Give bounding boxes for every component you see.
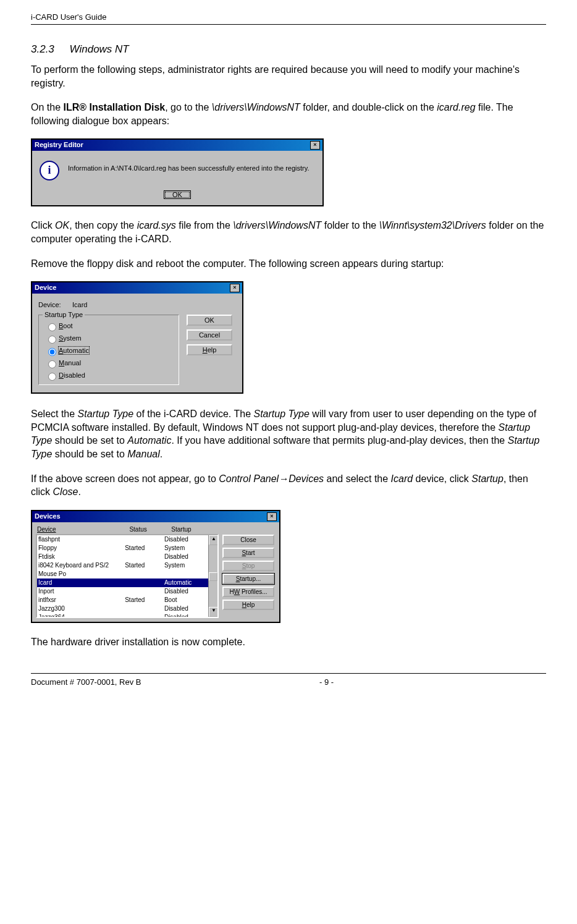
info-icon: i <box>40 161 59 180</box>
table-row[interactable]: IcardAutomatic <box>37 579 209 587</box>
startup-type-fieldset: Startup Type Boot System Automatic Manua… <box>38 315 179 385</box>
paragraph-intro: To perform the following steps, administ… <box>31 63 546 90</box>
scroll-up-icon[interactable]: ▲ <box>209 535 219 545</box>
radio-boot[interactable]: Boot <box>45 320 172 333</box>
table-row[interactable]: FloppyStartedSystem <box>37 544 209 553</box>
paragraph-startup-type: Select the Startup Type of the i-CARD de… <box>31 407 546 460</box>
section-heading: 3.2.3 Windows NT <box>31 43 546 56</box>
paragraph-control-panel: If the above screen does not appear, go … <box>31 472 546 499</box>
radio-disabled[interactable]: Disabled <box>45 370 172 382</box>
help-button[interactable]: Help <box>222 600 274 610</box>
ok-button[interactable]: OK <box>164 190 191 199</box>
scroll-thumb[interactable] <box>209 572 217 581</box>
table-row[interactable]: FtdiskDisabled <box>37 553 209 561</box>
dialog-titlebar: Registry Editor × <box>32 140 322 151</box>
devices-list[interactable]: ▲ ▼ flashpntDisabledFloppyStartedSystemF… <box>36 534 219 618</box>
dialog-title: Device <box>35 284 56 292</box>
stop-button[interactable]: Stop <box>222 561 274 571</box>
paragraph-copy-sys: Click OK, then copy the icard.sys file f… <box>31 219 546 245</box>
table-row[interactable]: Jazzg300Disabled <box>37 604 209 613</box>
page-header: i-CARD User's Guide <box>31 12 546 25</box>
hw-profiles-button[interactable]: HW Profiles... <box>222 587 274 597</box>
device-name-row: Device: Icard <box>38 301 179 308</box>
table-row[interactable]: Jazzg364Disabled <box>37 613 209 618</box>
dialog-title: Devices <box>35 512 61 521</box>
col-startup: Startup <box>171 526 217 533</box>
table-row[interactable]: InportDisabled <box>37 587 209 596</box>
paragraph-reboot: Remove the floppy disk and reboot the co… <box>31 257 546 271</box>
footer-doc-number: Document # 7007-0001, Rev B <box>31 677 258 687</box>
dialog-message: Information in A:\NT4.0\Icard.reg has be… <box>68 161 310 172</box>
radio-system[interactable]: System <box>45 333 172 345</box>
close-icon[interactable]: × <box>310 141 320 150</box>
page-footer: Document # 7007-0001, Rev B - 9 - <box>31 673 546 687</box>
help-button[interactable]: Help <box>187 344 232 355</box>
section-title: Windows NT <box>70 43 129 55</box>
table-row[interactable]: intlfxsrStartedBoot <box>37 596 209 604</box>
dialog-titlebar: Device × <box>32 282 242 294</box>
close-icon[interactable]: × <box>230 284 240 292</box>
dialog-title: Registry Editor <box>35 141 83 150</box>
col-status: Status <box>129 526 171 533</box>
dialog-titlebar: Devices × <box>32 511 279 522</box>
fieldset-legend: Startup Type <box>43 311 85 318</box>
table-row[interactable]: i8042 Keyboard and PS/2 Mouse PoStartedS… <box>37 561 209 579</box>
footer-page-number: - 9 - <box>258 677 546 687</box>
radio-automatic[interactable]: Automatic <box>45 345 172 357</box>
devices-columns: Device Status Startup <box>36 526 219 534</box>
radio-manual[interactable]: Manual <box>45 357 172 370</box>
device-dialog: Device × Device: Icard Startup Type Boot… <box>31 281 243 394</box>
scrollbar[interactable]: ▲ ▼ <box>208 535 217 617</box>
cancel-button[interactable]: Cancel <box>187 329 232 341</box>
paragraph-install-disk: On the ILR® Installation Disk, go to the… <box>31 101 546 127</box>
table-row[interactable]: flashpntDisabled <box>37 535 209 544</box>
close-icon[interactable]: × <box>267 512 277 521</box>
scroll-down-icon[interactable]: ▼ <box>209 607 219 617</box>
paragraph-complete: The hardware driver installation is now … <box>31 635 546 649</box>
devices-dialog: Devices × Device Status Startup ▲ ▼ flas… <box>31 510 280 623</box>
col-device: Device <box>37 526 129 533</box>
close-button[interactable]: Close <box>222 535 274 545</box>
registry-editor-dialog: Registry Editor × i Information in A:\NT… <box>31 138 324 206</box>
ok-button[interactable]: OK <box>187 315 232 326</box>
section-number: 3.2.3 <box>31 43 54 56</box>
startup-button[interactable]: Startup... <box>222 574 274 584</box>
start-button[interactable]: Start <box>222 548 274 558</box>
